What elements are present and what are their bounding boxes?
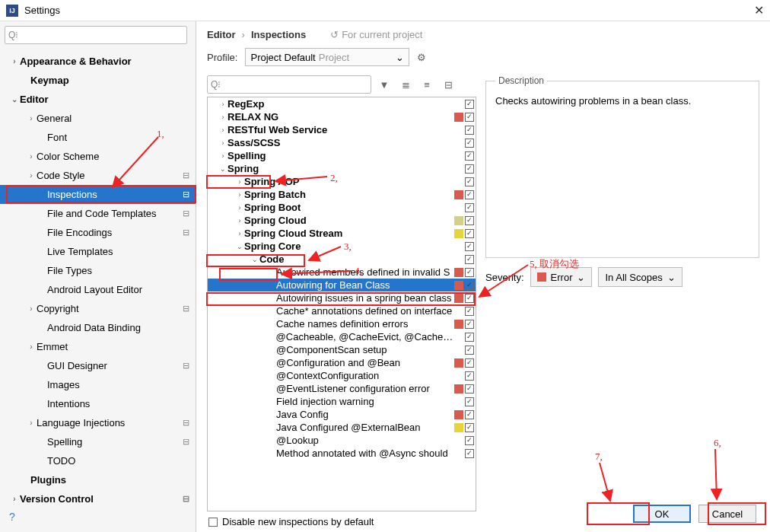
- scope-select[interactable]: In All Scopes⌄: [598, 267, 682, 287]
- expand-all-icon[interactable]: ≣: [397, 76, 414, 93]
- sidebar-item-color-scheme[interactable]: ›Color Scheme: [0, 147, 196, 166]
- inspection-checkbox[interactable]: [465, 242, 474, 251]
- inspection-row[interactable]: @Configuration and @Bean: [208, 356, 476, 369]
- inspection-row[interactable]: Autowiring for Bean Class: [208, 279, 476, 291]
- inspection-checkbox[interactable]: [465, 294, 474, 303]
- inspection-checkbox[interactable]: [465, 423, 474, 432]
- help-icon[interactable]: ?: [9, 511, 15, 523]
- anno-6: 6,: [714, 437, 721, 449]
- inspection-checkbox[interactable]: [465, 281, 474, 290]
- inspection-checkbox[interactable]: [465, 346, 474, 355]
- inspection-checkbox[interactable]: [465, 151, 474, 161]
- sidebar-search-input[interactable]: Q⁝: [5, 26, 187, 44]
- reset-icon[interactable]: ⊟: [440, 76, 457, 93]
- sidebar-item-keymap[interactable]: Keymap: [0, 71, 196, 90]
- inspection-row[interactable]: @EventListener configuration error: [208, 382, 476, 395]
- sidebar-item-inspections[interactable]: Inspections⊟: [0, 185, 196, 204]
- sidebar-item-editor[interactable]: ⌄Editor: [0, 90, 196, 109]
- inspection-checkbox[interactable]: [465, 177, 474, 186]
- profile-select[interactable]: Project DefaultProject ⌄: [245, 48, 409, 66]
- filter-icon[interactable]: ▼: [376, 76, 393, 93]
- sidebar-item-plugins[interactable]: Plugins: [0, 470, 196, 489]
- inspection-row[interactable]: Java Config: [208, 408, 476, 421]
- inspection-row[interactable]: ›Spring Cloud Stream: [208, 227, 476, 240]
- inspection-checkbox[interactable]: [465, 139, 474, 148]
- sidebar-item-todo[interactable]: TODO: [0, 451, 196, 470]
- sidebar-item-emmet[interactable]: ›Emmet: [0, 337, 196, 356]
- inspection-checkbox[interactable]: [465, 449, 474, 458]
- inspection-checkbox[interactable]: [465, 436, 474, 445]
- inspection-checkbox[interactable]: [465, 333, 474, 342]
- reset-icon: ↺: [330, 29, 339, 40]
- inspection-row[interactable]: ›RESTful Web Service: [208, 123, 476, 136]
- inspection-checkbox[interactable]: [465, 113, 474, 122]
- inspection-row[interactable]: Field injection warning: [208, 395, 476, 408]
- sidebar-item-android-data-binding[interactable]: Android Data Binding: [0, 318, 196, 337]
- inspection-checkbox[interactable]: [465, 190, 474, 199]
- inspection-row[interactable]: Cache names definition errors: [208, 317, 476, 330]
- sidebar-item-version-control[interactable]: ›Version Control⊟: [0, 489, 196, 508]
- settings-tree[interactable]: ›Appearance & BehaviorKeymap⌄Editor›Gene…: [0, 49, 196, 532]
- inspection-search-input[interactable]: Q⁝: [207, 75, 371, 94]
- inspection-row[interactable]: Cache* annotations defined on interface: [208, 304, 476, 317]
- inspection-checkbox[interactable]: [465, 371, 474, 381]
- cancel-button[interactable]: Cancel: [698, 505, 756, 523]
- inspection-row[interactable]: ›Spring Boot: [208, 201, 476, 214]
- inspection-checkbox[interactable]: [465, 307, 474, 316]
- inspection-row[interactable]: @Cacheable, @CacheEvict, @CachePut,: [208, 330, 476, 343]
- gear-icon[interactable]: ⚙: [417, 52, 426, 63]
- sidebar-item-intentions[interactable]: Intentions: [0, 394, 196, 413]
- close-icon[interactable]: ✕: [754, 3, 764, 18]
- inspection-checkbox[interactable]: [465, 268, 474, 277]
- sidebar-item-language-injections[interactable]: ›Language Injections⊟: [0, 413, 196, 432]
- sidebar-item-copyright[interactable]: ›Copyright⊟: [0, 299, 196, 318]
- inspection-tree[interactable]: ›RegExp›RELAX NG›RESTful Web Service›Sas…: [207, 97, 476, 511]
- severity-label: Severity:: [485, 272, 524, 283]
- sidebar-item-images[interactable]: Images: [0, 375, 196, 394]
- inspection-row[interactable]: ›RELAX NG: [208, 110, 476, 123]
- inspection-row[interactable]: ›Spring Batch: [208, 188, 476, 201]
- inspection-row[interactable]: @ComponentScan setup: [208, 343, 476, 356]
- sidebar-item-file-and-code-templates[interactable]: File and Code Templates⊟: [0, 204, 196, 223]
- disable-new-checkbox[interactable]: [208, 518, 218, 527]
- inspection-row[interactable]: Java Configured @ExternalBean: [208, 421, 476, 434]
- sidebar-item-android-layout-editor[interactable]: Android Layout Editor: [0, 280, 196, 299]
- inspection-checkbox[interactable]: [465, 203, 474, 212]
- sidebar-item-appearance-behavior[interactable]: ›Appearance & Behavior: [0, 52, 196, 71]
- inspection-checkbox[interactable]: [465, 229, 474, 238]
- inspection-checkbox[interactable]: [465, 320, 474, 329]
- inspection-row[interactable]: ›Spring AOP: [208, 175, 476, 188]
- inspection-checkbox[interactable]: [465, 358, 474, 368]
- inspection-row[interactable]: ⌄Spring: [208, 162, 476, 175]
- sidebar-item-gui-designer[interactable]: GUI Designer⊟: [0, 356, 196, 375]
- sidebar-item-code-style[interactable]: ›Code Style⊟: [0, 166, 196, 185]
- ok-button[interactable]: OK: [633, 505, 691, 523]
- inspection-row[interactable]: ›Spring Cloud: [208, 214, 476, 227]
- inspection-checkbox[interactable]: [465, 410, 474, 419]
- inspection-row[interactable]: Method annotated with @Async should: [208, 447, 476, 460]
- inspection-checkbox[interactable]: [465, 255, 474, 264]
- inspection-row[interactable]: Autowired members defined in invalid S: [208, 266, 476, 279]
- inspection-row[interactable]: ›Sass/SCSS: [208, 136, 476, 149]
- inspection-checkbox[interactable]: [465, 384, 474, 393]
- sidebar-item-spelling[interactable]: Spelling⊟: [0, 432, 196, 451]
- sidebar-item-file-encodings[interactable]: File Encodings⊟: [0, 223, 196, 242]
- sidebar-item-file-types[interactable]: File Types: [0, 261, 196, 280]
- sidebar-item-font[interactable]: Font: [0, 128, 196, 147]
- inspection-checkbox[interactable]: [465, 216, 474, 225]
- sidebar-item-live-templates[interactable]: Live Templates: [0, 242, 196, 261]
- inspection-row[interactable]: @Lookup: [208, 434, 476, 447]
- inspection-row[interactable]: ⌄Code: [208, 253, 476, 266]
- inspection-row[interactable]: ⌄Spring Core: [208, 240, 476, 253]
- inspection-checkbox[interactable]: [465, 126, 474, 135]
- sidebar-item-general[interactable]: ›General: [0, 109, 196, 128]
- inspection-checkbox[interactable]: [465, 100, 474, 109]
- inspection-row[interactable]: Autowiring issues in a spring bean class: [208, 291, 476, 304]
- collapse-all-icon[interactable]: ≡: [418, 76, 435, 93]
- inspection-row[interactable]: @ContextConfiguration: [208, 369, 476, 382]
- app-logo-icon: IJ: [6, 5, 18, 17]
- inspection-row[interactable]: ›RegExp: [208, 97, 476, 110]
- inspection-checkbox[interactable]: [465, 397, 474, 406]
- inspection-row[interactable]: ›Spelling: [208, 149, 476, 162]
- inspection-checkbox[interactable]: [465, 164, 474, 174]
